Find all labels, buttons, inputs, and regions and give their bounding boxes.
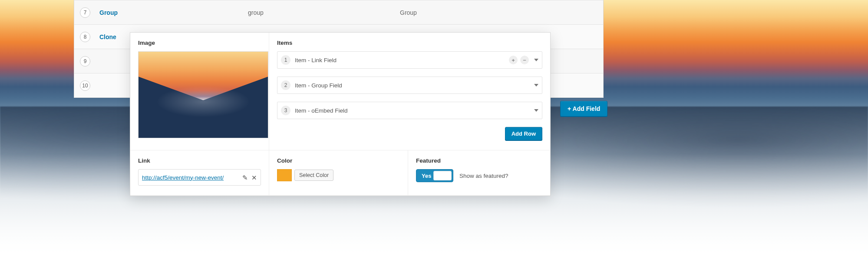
row-index: 2 — [281, 80, 290, 90]
row-number: 9 — [80, 56, 90, 67]
select-color-button[interactable]: Select Color — [294, 170, 333, 181]
items-field-cell: Items 1 Item - Link Field + − 2 Item - G… — [269, 33, 550, 150]
row-number: 7 — [80, 7, 90, 18]
color-field-cell: Color Select Color — [269, 150, 408, 196]
row-handle[interactable]: 8 — [74, 32, 96, 42]
featured-field-cell: Featured Yes Show as featured? — [408, 150, 550, 196]
image-thumbnail[interactable] — [138, 51, 268, 138]
add-field-button[interactable]: + Add Field — [560, 101, 607, 117]
row-number: 10 — [80, 80, 90, 91]
collapse-toggle-icon[interactable] — [534, 59, 538, 61]
field-editor-panel: Image Items 1 Item - Link Field + − 2 It — [130, 32, 551, 196]
field-row[interactable]: 7 Group group Group — [74, 0, 603, 24]
items-heading: Items — [277, 40, 542, 46]
image-field-cell: Image — [130, 33, 269, 150]
field-type: Group — [400, 9, 603, 16]
field-label[interactable]: Group — [96, 9, 248, 16]
row-index: 1 — [281, 55, 290, 65]
link-heading: Link — [138, 157, 261, 164]
repeater-row[interactable]: 1 Item - Link Field + − — [277, 51, 542, 69]
repeater-row[interactable]: 2 Item - Group Field — [277, 77, 542, 94]
link-input[interactable]: http://acf5/event/my-new-event/ ✎ ✕ — [138, 169, 261, 186]
color-swatch[interactable] — [277, 169, 292, 181]
row-title: Item - oEmbed Field — [295, 107, 531, 114]
remove-row-icon[interactable]: − — [520, 56, 529, 64]
collapse-toggle-icon[interactable] — [534, 84, 538, 87]
repeater-row[interactable]: 3 Item - oEmbed Field — [277, 102, 542, 119]
row-title: Item - Link Field — [295, 57, 509, 63]
field-name: group — [248, 9, 400, 16]
add-row-icon[interactable]: + — [509, 56, 518, 64]
featured-toggle-state: Yes — [422, 173, 431, 179]
featured-label: Show as featured? — [459, 173, 508, 179]
collapse-toggle-icon[interactable] — [534, 109, 538, 112]
edit-link-icon[interactable]: ✎ — [242, 174, 248, 181]
color-heading: Color — [277, 157, 400, 164]
add-row-button[interactable]: Add Row — [505, 127, 542, 140]
row-number: 8 — [80, 32, 90, 42]
featured-toggle[interactable]: Yes — [416, 169, 453, 182]
toggle-knob — [433, 171, 452, 180]
remove-link-icon[interactable]: ✕ — [251, 174, 257, 181]
row-index: 3 — [281, 106, 290, 115]
row-title: Item - Group Field — [295, 82, 531, 89]
row-handle[interactable]: 9 — [74, 56, 96, 67]
featured-heading: Featured — [416, 157, 542, 164]
row-handle[interactable]: 10 — [74, 80, 96, 91]
link-field-cell: Link http://acf5/event/my-new-event/ ✎ ✕ — [130, 150, 269, 196]
link-url[interactable]: http://acf5/event/my-new-event/ — [142, 174, 224, 181]
image-heading: Image — [138, 40, 261, 46]
row-handle[interactable]: 7 — [74, 7, 96, 18]
